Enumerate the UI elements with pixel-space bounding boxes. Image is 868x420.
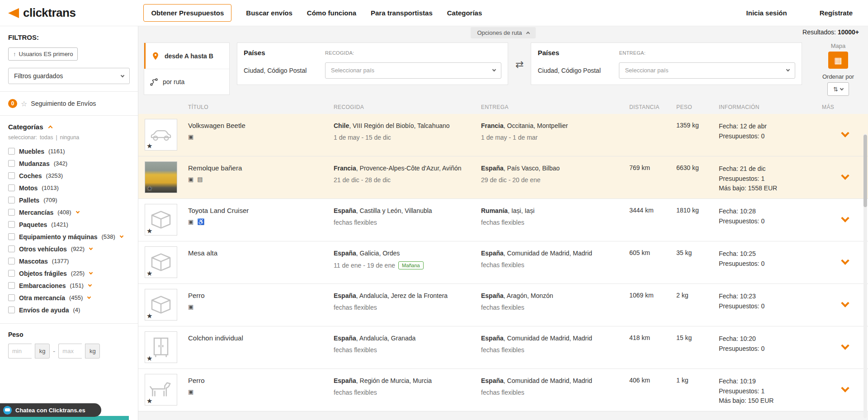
chat-widget[interactable]: Chatea con Clicktrans.es (0, 403, 101, 417)
clicktrans-logo[interactable]: clicktrans (8, 6, 75, 20)
delivery-country-select[interactable]: Seleccionar país (619, 62, 795, 79)
category-checkbox[interactable] (8, 160, 15, 167)
category-checkbox[interactable] (8, 294, 15, 301)
category-checkbox[interactable] (8, 197, 15, 203)
category-checkbox[interactable] (8, 221, 15, 228)
favorite-star-icon[interactable] (146, 269, 152, 278)
route-options-toggle[interactable]: Opciones de ruta (471, 27, 535, 38)
favorite-star-icon[interactable] (146, 354, 152, 363)
scrollbar-thumb[interactable] (863, 135, 867, 207)
tab-by-route[interactable]: por ruta (144, 69, 229, 94)
pickup-country-select[interactable]: Seleccionar país (325, 62, 501, 79)
category-checkbox[interactable] (8, 209, 15, 216)
category-checkbox[interactable] (8, 245, 15, 252)
shipment-row[interactable]: Colchon individual España, Andalucía, Gr… (138, 326, 868, 369)
saved-filters-select[interactable]: Filtros guardados (8, 68, 130, 84)
nav-categories[interactable]: Categorías (447, 9, 482, 17)
shipment-title[interactable]: Mesa alta (188, 249, 326, 257)
map-view-button[interactable]: ▦ (828, 52, 848, 69)
favorite-star-icon[interactable] (146, 142, 152, 150)
category-checkbox[interactable] (8, 148, 15, 155)
shipment-thumbnail[interactable] (145, 246, 177, 278)
category-filter-item[interactable]: Paquetes (1421) (8, 218, 130, 231)
shipment-title[interactable]: Colchon individual (188, 334, 326, 342)
tab-from-a-to-b[interactable]: desde A hasta B (144, 43, 229, 69)
category-checkbox[interactable] (8, 172, 15, 179)
category-filter-item[interactable]: Objetos frágiles (225) (8, 267, 130, 279)
expand-row-chevron-icon[interactable] (841, 299, 849, 307)
sort-order-button[interactable]: ⇅ (827, 82, 849, 96)
shipment-row[interactable]: Mesa alta España, Galicia, Ordes 11 de e… (138, 241, 868, 284)
category-checkbox[interactable] (8, 258, 15, 264)
expand-row-chevron-icon[interactable] (841, 129, 849, 137)
nav-how-it-works[interactable]: Cómo funciona (307, 9, 356, 17)
select-all-link[interactable]: todas (40, 134, 53, 141)
shipment-title[interactable]: Remolque bañera (188, 164, 326, 172)
favorite-star-icon[interactable] (146, 227, 152, 235)
shipment-row[interactable]: Volkswagen Beetle ▣ Chile, VIII Región d… (138, 114, 868, 156)
chevron-down-icon[interactable] (87, 295, 91, 299)
delivery-countries-tab[interactable]: Países (538, 49, 613, 57)
favorite-star-icon[interactable] (146, 184, 152, 193)
category-filter-item[interactable]: Otros vehículos (922) (8, 243, 130, 255)
nav-get-quotes[interactable]: Obtener Presupuestos (143, 4, 231, 22)
expand-row-chevron-icon[interactable] (841, 214, 849, 222)
expand-row-chevron-icon[interactable] (841, 171, 849, 179)
shipment-thumbnail[interactable] (145, 204, 177, 236)
weight-max-input[interactable] (58, 344, 82, 359)
category-filter-item[interactable]: Equipamiento y máquinas (538) (8, 231, 130, 243)
category-filter-item[interactable]: Mercancías (408) (8, 206, 130, 218)
chevron-down-icon[interactable] (75, 210, 79, 213)
shipment-row[interactable]: Perro ▣ España, Región de Murcia, Murcia… (138, 369, 868, 411)
select-none-link[interactable]: ninguna (60, 134, 80, 141)
register-link[interactable]: Regístrate (820, 9, 853, 17)
chevron-down-icon[interactable] (88, 283, 92, 287)
category-checkbox[interactable] (8, 270, 15, 277)
shipment-thumbnail[interactable] (145, 331, 177, 363)
category-filter-item[interactable]: Embarcaciones (151) (8, 279, 130, 292)
category-filter-item[interactable]: Motos (1013) (8, 182, 130, 194)
pickup-city-tab[interactable]: Ciudad, Código Postal (244, 67, 320, 74)
shipment-thumbnail[interactable] (145, 161, 177, 193)
category-filter-item[interactable]: Envíos de ayuda (4) (8, 304, 130, 316)
shipment-thumbnail[interactable] (145, 374, 177, 406)
swap-locations-icon[interactable]: ⇄ (515, 59, 524, 71)
shipment-title[interactable]: Perro (188, 292, 326, 299)
category-filter-item[interactable]: Mascotas (1377) (8, 255, 130, 267)
category-checkbox[interactable] (8, 184, 15, 191)
category-checkbox[interactable] (8, 307, 15, 313)
shipment-row[interactable]: Toyota Land Cruiser ▣ ♿ España, Castilla… (138, 199, 868, 241)
delivery-city-tab[interactable]: Ciudad, Código Postal (538, 67, 613, 74)
nav-search-shipments[interactable]: Buscar envíos (246, 9, 292, 17)
pickup-countries-tab[interactable]: Países (244, 49, 320, 57)
nav-for-carriers[interactable]: Para transportistas (371, 9, 433, 17)
shipment-row[interactable]: Remolque bañera ▣ ▤ Francia, Provence-Al… (138, 156, 868, 199)
expand-row-chevron-icon[interactable] (841, 384, 849, 392)
chevron-down-icon[interactable] (120, 234, 123, 238)
shipment-row[interactable]: Perro ▣ España, Andalucía, Jerez de la F… (138, 284, 868, 326)
shipment-thumbnail[interactable] (145, 119, 177, 151)
categories-section-toggle[interactable]: Categorías (8, 123, 130, 131)
shipment-title[interactable]: Perro (188, 377, 326, 384)
favorite-star-icon[interactable] (146, 397, 152, 405)
category-filter-item[interactable]: Otra mercancía (455) (8, 292, 130, 304)
category-filter-item[interactable]: Pallets (709) (8, 194, 130, 206)
chevron-down-icon[interactable] (89, 246, 93, 250)
shipment-title[interactable]: Toyota Land Cruiser (188, 207, 326, 214)
favorite-star-icon[interactable] (146, 312, 152, 320)
login-link[interactable]: Inicia sesión (746, 9, 787, 17)
shipment-tracking[interactable]: 0 ☆ Seguimiento de Envíos (8, 99, 130, 108)
weight-min-input[interactable] (8, 344, 32, 359)
vertical-scrollbar[interactable] (863, 134, 867, 418)
expand-row-chevron-icon[interactable] (841, 256, 849, 264)
shipment-thumbnail[interactable] (145, 289, 177, 321)
category-filter-item[interactable]: Muebles (1161) (8, 145, 130, 157)
es-users-first-button[interactable]: ↑ Usuarios ES primero (8, 47, 78, 61)
expand-row-chevron-icon[interactable] (841, 341, 849, 349)
category-filter-item[interactable]: Coches (3253) (8, 170, 130, 182)
shipment-title[interactable]: Volkswagen Beetle (188, 122, 326, 129)
chevron-down-icon[interactable] (89, 271, 93, 274)
category-filter-item[interactable]: Mudanzas (342) (8, 157, 130, 170)
category-checkbox[interactable] (8, 233, 15, 240)
category-checkbox[interactable] (8, 282, 15, 289)
